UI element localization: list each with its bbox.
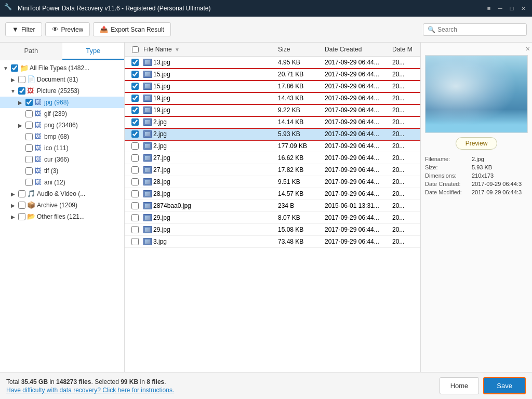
preview-action-btn[interactable]: Preview bbox=[456, 137, 498, 150]
table-row[interactable]: 28.jpg 9.51 KB 2017-09-29 06:44... 20... bbox=[125, 176, 420, 188]
table-row[interactable]: 2.jpg 5.93 KB 2017-09-29 06:44... 20... bbox=[125, 128, 420, 140]
row-checkbox-1[interactable] bbox=[131, 59, 139, 66]
row-checkbox-12[interactable] bbox=[131, 190, 139, 197]
table-row[interactable]: 27.jpg 17.82 KB 2017-09-29 06:44... 20..… bbox=[125, 164, 420, 176]
preview-image bbox=[425, 55, 528, 133]
tree-item-pic[interactable]: ▼🖼Picture (25253) bbox=[0, 85, 124, 97]
file-date-modified: 20... bbox=[392, 142, 418, 150]
row-checkbox-14[interactable] bbox=[131, 214, 139, 221]
table-row[interactable]: 29.jpg 15.08 KB 2017-09-29 06:44... 20..… bbox=[125, 224, 420, 236]
tree-item-gif[interactable]: 🖼gif (239) bbox=[0, 108, 124, 119]
tree-item-doc[interactable]: ▶📄Document (81) bbox=[0, 74, 124, 85]
tree-checkbox-gif[interactable] bbox=[25, 110, 33, 117]
filter-button[interactable]: ▼ Filter bbox=[5, 22, 42, 36]
tree-item-ico[interactable]: 🖼ico (111) bbox=[0, 142, 124, 154]
table-row[interactable]: 19.jpg 9.22 KB 2017-09-29 06:44... 20... bbox=[125, 104, 420, 116]
file-size: 17.82 KB bbox=[278, 166, 325, 174]
row-checkbox-4[interactable] bbox=[131, 95, 139, 102]
table-row[interactable]: 2.jpg 177.09 KB 2017-09-29 06:44... 20..… bbox=[125, 140, 420, 152]
preview-button[interactable]: 👁 Preview bbox=[45, 22, 90, 36]
tab-path[interactable]: Path bbox=[0, 43, 62, 60]
row-checkbox-7[interactable] bbox=[131, 130, 139, 138]
help-link[interactable]: Have difficulty with data recovery? Clic… bbox=[6, 387, 174, 394]
minimize-btn[interactable]: ─ bbox=[496, 4, 505, 13]
table-row[interactable]: 2.jpg 14.14 KB 2017-09-29 06:44... 20... bbox=[125, 116, 420, 128]
window-menu-btn[interactable]: ≡ bbox=[484, 4, 494, 13]
row-checkbox-10[interactable] bbox=[131, 166, 139, 174]
row-checkbox-9[interactable] bbox=[131, 154, 139, 162]
tree-checkbox-other[interactable] bbox=[18, 213, 25, 220]
file-type-icon bbox=[143, 178, 152, 185]
tree-checkbox-pic[interactable] bbox=[18, 87, 25, 95]
header-date-created: Date Created bbox=[325, 46, 392, 53]
tree-checkbox-archive[interactable] bbox=[18, 202, 25, 209]
tree-item-all[interactable]: ▼📁All File Types (1482... bbox=[0, 62, 124, 74]
right-panel: × Preview Filename: 2.jpg Size: 5.93 KB … bbox=[420, 43, 532, 372]
tree-item-other[interactable]: ▶📂Other files (121... bbox=[0, 211, 124, 222]
maximize-btn[interactable]: □ bbox=[507, 4, 516, 13]
table-row[interactable]: 28.jpg 14.57 KB 2017-09-29 06:44... 20..… bbox=[125, 188, 420, 200]
close-btn[interactable]: ✕ bbox=[518, 4, 528, 13]
select-all-checkbox[interactable] bbox=[132, 46, 139, 53]
table-row[interactable]: 15.jpg 17.86 KB 2017-09-29 06:44... 20..… bbox=[125, 81, 420, 92]
tree-icon-cur: 🖼 bbox=[34, 155, 43, 164]
tree-item-cur[interactable]: 🖼cur (366) bbox=[0, 154, 124, 165]
meta-date-modified-row: Date Modified: 2017-09-29 06:44:3 bbox=[425, 189, 528, 195]
close-panel-btn[interactable]: × bbox=[526, 45, 530, 53]
tree-item-png[interactable]: ▶🖼png (23486) bbox=[0, 119, 124, 131]
save-button[interactable]: Save bbox=[483, 377, 526, 394]
file-date-modified: 20... bbox=[392, 83, 418, 90]
tree-checkbox-png[interactable] bbox=[25, 122, 33, 129]
tree-checkbox-doc[interactable] bbox=[18, 76, 25, 83]
table-row[interactable]: 27.jpg 16.62 KB 2017-09-29 06:44... 20..… bbox=[125, 152, 420, 164]
row-checkbox-3[interactable] bbox=[131, 83, 139, 90]
tree-item-archive[interactable]: ▶📦Archive (1209) bbox=[0, 200, 124, 211]
tree-checkbox-jpg[interactable] bbox=[25, 99, 33, 106]
file-date-modified: 20... bbox=[392, 166, 418, 174]
tree-icon-ico: 🖼 bbox=[34, 144, 43, 152]
row-checkbox-11[interactable] bbox=[131, 178, 139, 185]
tree-checkbox-cur[interactable] bbox=[25, 156, 33, 163]
search-box[interactable]: 🔍 bbox=[423, 23, 527, 36]
tree-label-cur: cur (366) bbox=[44, 156, 69, 163]
header-size: Size bbox=[278, 46, 325, 53]
tree-checkbox-ani[interactable] bbox=[25, 179, 33, 186]
table-row[interactable]: 15.jpg 20.71 KB 2017-09-29 06:44... 20..… bbox=[125, 69, 420, 81]
center-panel: File Name ▼ Size Date Created Date M 13.… bbox=[125, 43, 420, 372]
tree-item-audio[interactable]: ▶🎵Audio & Video (... bbox=[0, 188, 124, 200]
table-row[interactable]: 29.jpg 8.07 KB 2017-09-29 06:44... 20... bbox=[125, 212, 420, 224]
export-button[interactable]: 📤 Export Scan Result bbox=[93, 22, 171, 36]
home-button[interactable]: Home bbox=[440, 377, 480, 394]
tree-item-bmp[interactable]: 🖼bmp (68) bbox=[0, 131, 124, 142]
table-row[interactable]: 2874baa0.jpg 234 B 2015-06-01 13:31... 2… bbox=[125, 200, 420, 212]
row-checkbox-15[interactable] bbox=[131, 226, 139, 233]
tree-icon-audio: 🎵 bbox=[27, 190, 35, 198]
row-checkbox-8[interactable] bbox=[131, 142, 139, 150]
tree-checkbox-tif[interactable] bbox=[25, 167, 33, 175]
table-row[interactable]: 3.jpg 73.48 KB 2017-09-29 06:44... 20... bbox=[125, 236, 420, 248]
file-name: 2.jpg bbox=[153, 130, 167, 138]
row-checkbox-5[interactable] bbox=[131, 107, 139, 114]
tree-checkbox-bmp[interactable] bbox=[25, 133, 33, 140]
row-checkbox-16[interactable] bbox=[131, 238, 139, 245]
tree-item-tif[interactable]: 🖼tif (3) bbox=[0, 165, 124, 177]
meta-size-row: Size: 5.93 KB bbox=[425, 164, 528, 170]
title-bar: 🔧 MiniTool Power Data Recovery v11.6 - R… bbox=[0, 0, 532, 17]
tree-checkbox-ico[interactable] bbox=[25, 144, 33, 152]
row-checkbox-13[interactable] bbox=[131, 202, 139, 209]
tree-item-ani[interactable]: 🖼ani (12) bbox=[0, 177, 124, 188]
tree-item-jpg[interactable]: ▶🖼jpg (968) bbox=[0, 97, 124, 108]
row-checkbox-6[interactable] bbox=[131, 118, 139, 126]
tree-checkbox-all[interactable] bbox=[11, 64, 18, 72]
tab-type[interactable]: Type bbox=[62, 43, 125, 60]
table-row[interactable]: 19.jpg 14.43 KB 2017-09-29 06:44... 20..… bbox=[125, 92, 420, 104]
row-checkbox-2[interactable] bbox=[131, 71, 139, 78]
tree-arrow-gif bbox=[17, 110, 24, 117]
tree-checkbox-audio[interactable] bbox=[18, 190, 25, 197]
file-name: 19.jpg bbox=[153, 95, 170, 102]
file-size: 16.62 KB bbox=[278, 154, 325, 162]
file-size: 9.51 KB bbox=[278, 178, 325, 185]
table-row[interactable]: 13.jpg 4.95 KB 2017-09-29 06:44... 20... bbox=[125, 57, 420, 69]
meta-filename-label: Filename: bbox=[425, 156, 472, 162]
search-input[interactable] bbox=[437, 26, 522, 33]
